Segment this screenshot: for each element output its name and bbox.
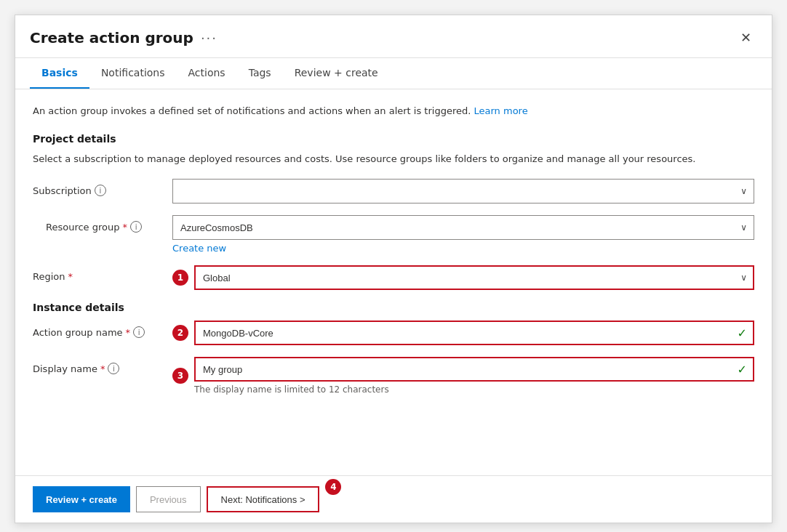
region-required: * bbox=[68, 271, 73, 282]
action-group-name-input[interactable] bbox=[194, 321, 754, 345]
resource-group-required: * bbox=[123, 222, 128, 233]
instance-details-section: Instance details Action group name * i 2… bbox=[33, 302, 754, 395]
learn-more-link[interactable]: Learn more bbox=[474, 105, 528, 116]
title-row: Create action group ··· bbox=[30, 29, 217, 47]
subscription-info-icon[interactable]: i bbox=[95, 185, 106, 196]
region-label: Region * bbox=[33, 265, 164, 282]
region-select-wrapper: Global ∨ bbox=[194, 265, 754, 290]
action-group-name-row: Action group name * i 2 ✓ bbox=[33, 321, 754, 345]
next-button-wrapper: Next: Notifications > 4 bbox=[207, 486, 320, 512]
resource-group-select[interactable]: AzureCosmosDB bbox=[172, 215, 754, 240]
display-name-input[interactable] bbox=[194, 357, 754, 382]
resource-group-label: Resource group * i bbox=[33, 215, 164, 233]
subscription-select[interactable] bbox=[172, 179, 754, 203]
subscription-control: ∨ bbox=[172, 179, 754, 203]
create-action-group-dialog: Create action group ··· ✕ Basics Notific… bbox=[15, 15, 772, 523]
tab-review-create[interactable]: Review + create bbox=[283, 58, 390, 89]
previous-button[interactable]: Previous bbox=[136, 486, 201, 512]
step-badge-2: 2 bbox=[172, 325, 188, 341]
resource-group-info-icon[interactable]: i bbox=[130, 221, 142, 233]
display-name-input-area: ✓ The display name is limited to 12 char… bbox=[194, 357, 754, 395]
dialog-body: An action group invokes a defined set of… bbox=[15, 89, 772, 475]
action-group-name-label: Action group name * i bbox=[33, 321, 164, 338]
dialog-header: Create action group ··· ✕ bbox=[15, 15, 772, 58]
tab-basics[interactable]: Basics bbox=[30, 58, 89, 89]
create-new-resource-group-link[interactable]: Create new bbox=[172, 243, 226, 254]
resource-group-control: AzureCosmosDB ∨ Create new bbox=[172, 215, 754, 254]
display-name-required: * bbox=[100, 363, 105, 374]
resource-group-select-wrapper: AzureCosmosDB ∨ bbox=[172, 215, 754, 240]
display-name-control: 3 ✓ The display name is limited to 12 ch… bbox=[172, 357, 754, 395]
action-group-name-input-wrapper: ✓ bbox=[194, 321, 754, 345]
tab-notifications[interactable]: Notifications bbox=[89, 58, 177, 89]
region-badge-container: 1 Global ∨ bbox=[172, 265, 754, 290]
tabs-bar: Basics Notifications Actions Tags Review… bbox=[15, 58, 772, 89]
subscription-label: Subscription i bbox=[33, 179, 164, 196]
step-badge-4: 4 bbox=[325, 479, 341, 495]
next-notifications-button[interactable]: Next: Notifications > bbox=[207, 486, 320, 512]
action-group-name-required: * bbox=[126, 327, 131, 338]
display-name-label: Display name * i bbox=[33, 357, 164, 374]
step-badge-3: 3 bbox=[172, 368, 188, 384]
resource-group-row: Resource group * i AzureCosmosDB ∨ Creat… bbox=[33, 215, 754, 254]
info-text: An action group invokes a defined set of… bbox=[33, 104, 754, 118]
project-details-title: Project details bbox=[33, 133, 754, 145]
instance-details-title: Instance details bbox=[33, 302, 754, 313]
project-details-description: Select a subscription to manage deployed… bbox=[33, 152, 754, 166]
region-control: 1 Global ∨ bbox=[172, 265, 754, 290]
display-name-info-icon[interactable]: i bbox=[108, 363, 119, 374]
display-name-row: Display name * i 3 ✓ The display name is… bbox=[33, 357, 754, 395]
action-group-name-info-icon[interactable]: i bbox=[133, 326, 145, 338]
dialog-title: Create action group bbox=[30, 29, 193, 47]
close-button[interactable]: ✕ bbox=[735, 27, 757, 49]
subscription-select-wrapper: ∨ bbox=[172, 179, 754, 203]
tab-actions[interactable]: Actions bbox=[177, 58, 237, 89]
display-name-input-wrapper: ✓ bbox=[194, 357, 754, 382]
action-group-name-badge-container: 2 ✓ bbox=[172, 321, 754, 345]
action-group-name-control: 2 ✓ bbox=[172, 321, 754, 345]
step-badge-1: 1 bbox=[172, 270, 188, 286]
region-select[interactable]: Global bbox=[194, 265, 754, 290]
dialog-footer: Review + create Previous Next: Notificat… bbox=[15, 475, 772, 523]
subscription-row: Subscription i ∨ bbox=[33, 179, 754, 203]
display-name-badge-container: 3 ✓ The display name is limited to 12 ch… bbox=[172, 357, 754, 395]
dialog-title-dots: ··· bbox=[201, 31, 217, 46]
region-row: Region * 1 Global ∨ bbox=[33, 265, 754, 290]
review-create-button[interactable]: Review + create bbox=[33, 486, 130, 512]
display-name-hint: The display name is limited to 12 charac… bbox=[194, 384, 754, 395]
tab-tags[interactable]: Tags bbox=[237, 58, 283, 89]
